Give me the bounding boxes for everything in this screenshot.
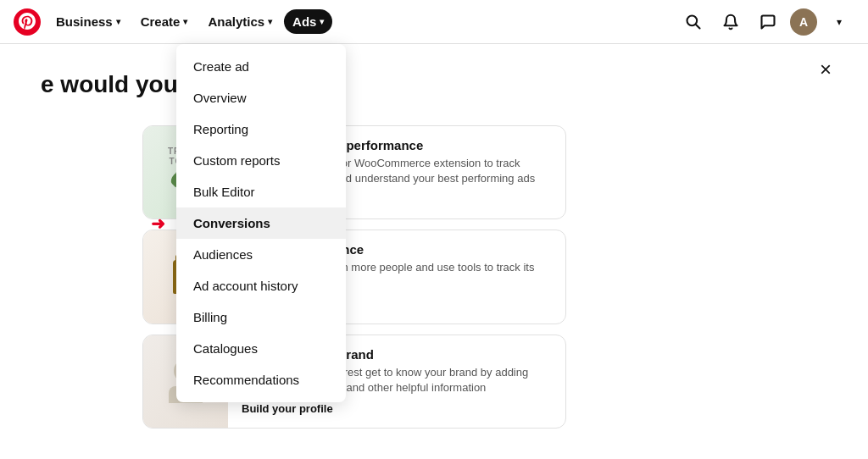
nav: Business ▾ Create ▾ Analytics ▾ Ads ▾	[47, 9, 678, 34]
dropdown-item-ad-account-history[interactable]: Ad account history	[176, 270, 346, 301]
dropdown-item-reporting[interactable]: Reporting	[176, 113, 346, 145]
dropdown-item-recommendations[interactable]: Recommendations	[176, 364, 346, 395]
nav-analytics[interactable]: Analytics ▾	[199, 9, 281, 34]
messages-button[interactable]	[753, 7, 783, 37]
selection-arrow-icon: ➜	[151, 213, 165, 234]
dropdown-item-create-ad[interactable]: Create ad	[176, 51, 346, 82]
page-title: e would you like to start?	[41, 71, 827, 98]
dropdown-item-overview[interactable]: Overview	[176, 82, 346, 113]
nav-business[interactable]: Business ▾	[47, 9, 129, 34]
chevron-down-icon: ▾	[183, 17, 187, 26]
dropdown-item-billing[interactable]: Billing	[176, 301, 346, 333]
ads-dropdown-menu: Create ad Overview Reporting Custom repo…	[176, 44, 346, 402]
notifications-button[interactable]	[715, 7, 746, 37]
dropdown-item-audiences[interactable]: Audiences	[176, 239, 346, 270]
chevron-down-icon: ▾	[116, 17, 120, 26]
search-button[interactable]	[678, 7, 709, 37]
chevron-down-icon: ▾	[320, 17, 324, 26]
main-content: e would you like to start? TRY US TODAY …	[0, 44, 868, 459]
svg-line-2	[696, 24, 700, 28]
header: Business ▾ Create ▾ Analytics ▾ Ads ▾	[0, 0, 868, 44]
dropdown-item-conversions[interactable]: ➜ Conversions	[176, 207, 346, 239]
nav-ads[interactable]: Ads ▾	[284, 9, 332, 34]
pinterest-logo	[14, 8, 41, 36]
chevron-down-icon: ▾	[268, 17, 272, 26]
card-link-build-profile[interactable]: Build your profile	[242, 402, 333, 415]
header-right: A ▾	[678, 7, 854, 37]
nav-create[interactable]: Create ▾	[132, 9, 197, 34]
avatar-button[interactable]: A	[790, 8, 817, 36]
dropdown-item-custom-reports[interactable]: Custom reports	[176, 145, 346, 176]
account-chevron[interactable]: ▾	[824, 7, 854, 37]
dropdown-item-catalogues[interactable]: Catalogues	[176, 333, 346, 364]
dropdown-item-bulk-editor[interactable]: Bulk Editor	[176, 176, 346, 207]
